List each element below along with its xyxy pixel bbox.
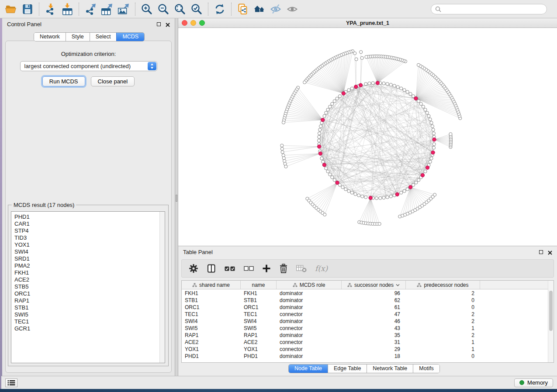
deselect-all-columns-button[interactable] [244,266,254,271]
cell-name: SWI4 [241,318,277,324]
mcds-result-item[interactable]: PMA2 [14,262,157,269]
cell-predecessor-nodes: 2 [406,290,480,296]
splitter-handle-icon[interactable] [176,195,177,202]
zoom-fit-button[interactable] [172,1,188,17]
table-row-phd1[interactable]: PHD1PHD1dominator180 [182,353,548,360]
mcds-result-item[interactable]: TID3 [14,234,157,241]
cell-name: STB1 [241,297,277,303]
application-window: Control Panel NetworkStyleSelectMCDS Opt… [0,0,557,392]
control-panel: Control Panel NetworkStyleSelectMCDS Opt… [2,18,175,376]
table-row-stb1[interactable]: STB1STB1dominator620 [182,297,548,304]
table-row-yox1[interactable]: YOX1YOX1connector291 [182,346,548,353]
table-scrollbar[interactable] [548,281,554,362]
table-row-swi4[interactable]: SWI4SWI4dominator462 [182,318,548,325]
delete-table-button[interactable] [296,265,307,272]
scrollbar-thumb[interactable] [549,291,553,331]
function-builder-button[interactable]: f(x) [315,264,328,273]
mcds-result-item[interactable]: TEC1 [14,318,157,325]
show-all-button[interactable] [284,1,301,17]
create-column-button[interactable] [262,264,271,273]
mcds-list-scrollbar[interactable] [159,212,165,363]
maximize-window-icon[interactable] [199,20,205,26]
search-icon [435,6,441,12]
open-file-button[interactable] [3,1,19,17]
mcds-result-item[interactable]: SRD1 [14,255,157,262]
table-row-rap1[interactable]: RAP1RAP1dominator352 [182,332,548,339]
column-type-icon [293,283,298,287]
zoom-out-button[interactable] [155,1,172,17]
mcds-result-item[interactable]: GCR1 [14,325,157,332]
close-panel-button[interactable]: Close panel [91,76,135,86]
mcds-result-item[interactable]: RAP1 [14,297,157,304]
vertical-splitter[interactable] [175,18,178,376]
import-network-button[interactable] [42,1,59,17]
tab-motifs[interactable]: Motifs [413,364,439,373]
tab-edge-table[interactable]: Edge Table [328,364,367,373]
column-header-mcds-role[interactable]: MCDS role [277,281,342,289]
mcds-result-item[interactable]: STP4 [14,227,157,234]
float-panel-icon[interactable] [539,250,543,254]
import-table-button[interactable] [59,1,76,17]
search-input[interactable] [444,6,543,13]
cell-name: ORC1 [241,304,277,310]
cell-mcds-role: dominator [277,332,342,338]
table-row-swi5[interactable]: SWI5SWI5connector431 [182,325,548,332]
column-header-successor-nodes[interactable]: successor nodes [342,281,406,289]
tab-node-table[interactable]: Node Table [289,364,328,373]
first-neighbors-button[interactable] [251,1,268,17]
run-mcds-button[interactable]: Run MCDS [42,76,85,86]
table-row-fkh1[interactable]: FKH1FKH1dominator962 [182,290,548,297]
delete-columns-button[interactable] [279,264,288,273]
close-panel-icon[interactable] [548,250,552,254]
mcds-result-item[interactable]: ACE2 [14,276,157,283]
column-header-predecessor-nodes[interactable]: predecessor nodes [406,281,480,289]
mcds-result-item[interactable]: SWI4 [14,248,157,255]
refresh-view-button[interactable] [211,1,228,17]
minimize-window-icon[interactable] [190,20,196,26]
mcds-result-item[interactable]: PHD1 [14,213,157,220]
refresh-icon [213,3,226,16]
table-settings-button[interactable] [189,264,198,273]
tab-style[interactable]: Style [66,33,90,41]
header-filler [480,281,548,289]
column-header-shared-name[interactable]: shared name [182,281,241,289]
tab-network-table[interactable]: Network Table [367,364,413,373]
mcds-result-item[interactable]: YOX1 [14,241,157,248]
tab-select[interactable]: Select [90,33,117,41]
mcds-result-item[interactable]: ORC1 [14,290,157,297]
eye-icon [286,3,299,16]
float-panel-icon[interactable] [157,22,161,26]
select-all-columns-button[interactable] [225,266,235,272]
memory-button[interactable]: Memory [514,378,553,387]
close-panel-icon[interactable] [166,22,170,26]
table-row-tec1[interactable]: TEC1TEC1connector472 [182,311,548,318]
export-network-button[interactable] [82,1,99,17]
mcds-result-item[interactable]: SWI5 [14,311,157,318]
task-history-button[interactable] [5,378,17,387]
mcds-result-item[interactable]: FKH1 [14,269,157,276]
main-toolbar [0,0,557,18]
copy-button[interactable] [235,1,251,17]
mcds-result-item[interactable]: CAR1 [14,220,157,227]
mcds-result-item[interactable]: STB1 [14,304,157,311]
save-session-button[interactable] [19,1,36,17]
table-row-orc1[interactable]: ORC1ORC1dominator610 [182,304,548,311]
column-header-name[interactable]: name [241,281,277,289]
tab-mcds[interactable]: MCDS [116,33,144,41]
tab-network[interactable]: Network [34,33,66,41]
export-table-button[interactable] [99,1,115,17]
mcds-result-item[interactable]: STB5 [14,283,157,290]
show-columns-button[interactable] [207,264,216,273]
zoom-selected-button[interactable] [188,1,205,17]
criterion-select[interactable]: largest connected component (undirected) [20,61,157,71]
export-image-button[interactable] [115,1,132,17]
table-row-ace2[interactable]: ACE2ACE2connector311 [182,339,548,346]
zoom-in-button[interactable] [138,1,155,17]
export-table-icon [100,3,114,16]
mcds-buttons-row: Run MCDS Close panel [6,76,171,86]
close-window-icon[interactable] [182,20,187,26]
network-canvas[interactable] [178,28,557,246]
hide-selected-button[interactable] [268,1,284,17]
network-graph [178,28,557,246]
cell-predecessor-nodes: 2 [406,332,480,338]
